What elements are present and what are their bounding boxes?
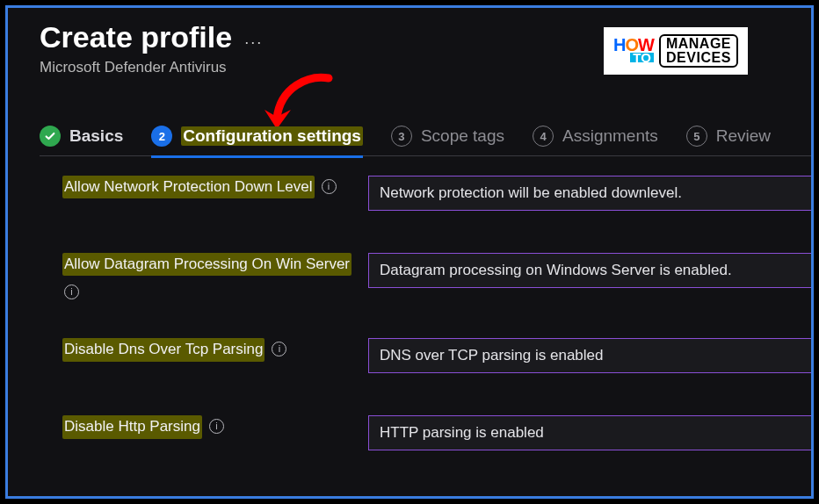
info-icon[interactable]: i [272, 342, 286, 356]
page-title: Create profile [40, 20, 232, 54]
check-icon [40, 126, 61, 147]
step-number-icon: 3 [391, 126, 412, 147]
setting-select[interactable]: Network protection will be enabled downl… [368, 176, 813, 211]
setting-label: Disable Http Parsing [62, 415, 202, 438]
tab-configuration-settings[interactable]: 2 Configuration settings [151, 126, 363, 147]
setting-label: Allow Datagram Processing On Win Server [62, 253, 352, 276]
setting-row: Disable Http Parsing i HTTP parsing is e… [62, 415, 811, 450]
tab-label: Assignments [562, 126, 658, 146]
setting-row: Allow Network Protection Down Level i Ne… [62, 176, 811, 211]
step-number-icon: 2 [151, 126, 172, 147]
setting-select[interactable]: HTTP parsing is enabled [368, 415, 813, 450]
step-number-icon: 5 [686, 126, 707, 147]
more-menu-button[interactable]: ··· [244, 33, 263, 55]
setting-row: Disable Dns Over Tcp Parsing i DNS over … [62, 338, 811, 373]
tab-label: Configuration settings [181, 126, 363, 146]
setting-label: Allow Network Protection Down Level [62, 176, 315, 198]
tab-label: Review [716, 126, 771, 146]
settings-form: Allow Network Protection Down Level i Ne… [40, 176, 811, 450]
tab-review[interactable]: 5 Review [686, 126, 771, 147]
setting-select[interactable]: DNS over TCP parsing is enabled [368, 338, 813, 373]
setting-select[interactable]: Datagram processing on Windows Server is… [368, 253, 813, 288]
info-icon[interactable]: i [209, 419, 224, 434]
wizard-tabs: Basics 2 Configuration settings 3 Scope … [40, 126, 811, 156]
active-tab-underline [151, 155, 363, 158]
step-number-icon: 4 [533, 126, 554, 147]
watermark-logo: HOW TO MANAGE DEVICES [604, 27, 748, 75]
tab-label: Scope tags [421, 126, 504, 146]
tab-scope-tags[interactable]: 3 Scope tags [391, 126, 504, 147]
setting-label: Disable Dns Over Tcp Parsing [62, 338, 265, 361]
tab-label: Basics [69, 126, 123, 146]
info-icon[interactable]: i [322, 179, 337, 194]
tab-basics[interactable]: Basics [40, 126, 123, 147]
setting-row: Allow Datagram Processing On Win Server … [62, 253, 811, 296]
info-icon[interactable]: i [64, 284, 79, 299]
tab-assignments[interactable]: 4 Assignments [533, 126, 658, 147]
